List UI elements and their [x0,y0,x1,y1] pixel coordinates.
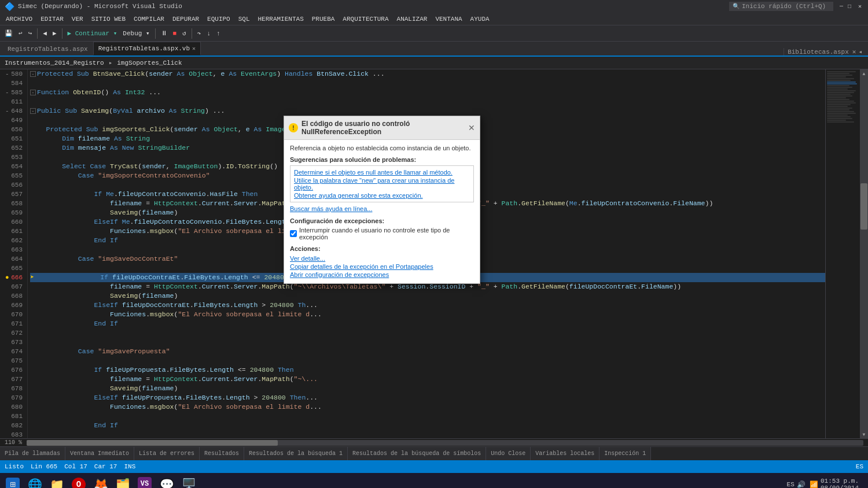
main-area: -580 584 -585 611 -648 649 650 651 652 6… [0,69,868,438]
menu-prueba[interactable]: PRUEBA [308,14,339,24]
tab-bibliotecas[interactable]: Bibliotecas.aspx ✕ ◂ [784,48,866,56]
status-line: Lin 665 [31,463,57,470]
taskbar-putty[interactable]: 🖥️ [178,474,199,488]
line-num-677: 677 [2,375,25,384]
tab-resultados[interactable]: Resultados [200,447,244,460]
line-num-664: 664 [2,254,25,264]
tab-pila-llamadas[interactable]: Pila de llamadas [0,447,65,460]
exception-checkbox[interactable] [290,230,297,237]
code-line-584 [30,79,825,88]
horizontal-scroll-bar[interactable]: 110 % [0,438,868,446]
suggestion-2[interactable]: Utilice la palabra clave "new" para crea… [294,176,470,191]
scroll-down-arrow[interactable]: ▼ [860,430,868,438]
scroll-up-arrow[interactable]: ▲ [860,69,868,77]
line-num-681: 681 [2,412,25,421]
scroll-track[interactable] [860,77,868,430]
taskbar-folder2[interactable]: 🗂️ [112,474,133,488]
taskbar-ie[interactable]: 🌐 [24,474,45,488]
toolbar-step-out[interactable]: ↑ [214,29,223,38]
line-num-611: 611 [2,97,25,106]
error-arrow-icon: ➤ [30,273,34,282]
toolbar-step-into[interactable]: ↓ [204,29,213,38]
code-line-670: Funciones.msgbox("El Archivo sobrepasa e… [30,310,825,319]
breadcrumb-bar: Instrumentos_2014_Registro ▸ imgSoportes… [0,57,868,69]
minimize-btn[interactable]: ─ [838,3,845,10]
taskbar-skype[interactable]: 💬 [156,474,177,488]
line-num-653: 653 [2,153,25,162]
tab-undo-close[interactable]: Undo Close [486,447,531,460]
fold-585[interactable]: - [30,90,36,95]
system-tray: ES 🔊 📶 01:53 p.m. 08/09/2014 [787,478,866,488]
toolbar-stop[interactable]: ■ [171,29,179,38]
close-btn[interactable]: ✕ [856,3,863,10]
menu-sql[interactable]: SQL [235,14,253,24]
vertical-scrollbar[interactable]: ▲ ▼ [860,69,868,438]
line-num-650: 650 [2,125,25,134]
action-open-config[interactable]: Abrir configuración de excepciones [290,271,474,279]
menu-depurar[interactable]: DEPURAR [169,14,203,24]
h-scroll-thumb[interactable] [27,440,278,446]
suggestion-3[interactable]: Obtener ayuda general sobre esta excepci… [294,191,470,199]
menu-analizar[interactable]: ANALIZAR [393,14,431,24]
code-line-671: End If [30,319,825,328]
code-line-668: Saveimg(filename) [30,291,825,301]
maximize-btn[interactable]: □ [846,3,853,10]
toolbar-save[interactable]: 💾 [2,28,15,38]
line-num-585: -585 [2,88,25,97]
scroll-thumb[interactable] [860,183,867,230]
menu-equipo[interactable]: EQUIPO [204,14,234,24]
tab-registrotabletas-vb[interactable]: RegistroTabletas.aspx.vb ✕ [93,42,201,56]
zoom-level[interactable]: 110 % [0,439,22,446]
code-line-669: ElseIf fileUpDocContraEt.FileBytes.Lengt… [30,301,825,310]
code-line-680: Funciones.msgbox("El Archivo sobrepasa e… [30,402,825,412]
tab-resultados-busqueda1[interactable]: Resultados de la búsqueda 1 [244,447,348,460]
line-num-679: 679 [2,393,25,402]
menu-compilar[interactable]: COMPILAR [130,14,168,24]
dialog-close-button[interactable]: ✕ [468,123,475,132]
taskbar-opera[interactable]: O [68,474,89,488]
toolbar-pause[interactable]: ⏸ [159,28,170,38]
tab-resultados-simbolos[interactable]: Resultados de la búsqueda de símbolos [348,447,486,460]
tab-lista-errores[interactable]: Lista de errores [134,447,200,460]
taskbar-explorer[interactable]: 📁 [46,474,67,488]
toolbar-back[interactable]: ◀ [41,28,49,38]
toolbar-restart[interactable]: ↺ [180,28,189,38]
tab-close-icon[interactable]: ✕ [192,45,196,52]
status-right: ES [856,463,863,470]
menu-archivo[interactable]: ARCHIVO [2,14,36,24]
toolbar-undo[interactable]: ↩ [16,28,25,38]
tab-variables-locales[interactable]: Variables locales [531,447,599,460]
line-num-657: 657 [2,190,25,199]
toolbar: 💾 ↩ ↪ ◀ ▶ ▶ Continuar ▾ Debug ▾ ⏸ ■ ↺ ↷ … [0,25,868,42]
tab-inspeccion1[interactable]: Inspección 1 [599,447,651,460]
quick-search-placeholder[interactable]: Inicio rápido (Ctrl+Q) [742,3,826,10]
fold-580[interactable]: - [30,71,36,77]
tab-libraries-close[interactable]: ✕ [852,48,856,56]
line-num-670: 670 [2,310,25,319]
tab-pin[interactable]: ◂ [858,48,862,56]
toolbar-redo[interactable]: ↪ [26,28,35,38]
tab-registrotabletas-aspx[interactable]: RegistroTabletas.aspx [2,42,93,56]
action-ver-detalle[interactable]: Ver detalle... [290,254,474,263]
toolbar-debug-dropdown[interactable]: Debug ▾ [120,28,152,38]
taskbar-start-btn[interactable]: ⊞ [2,474,23,488]
tab-ventana-inmediato[interactable]: Ventana Inmediato [65,447,134,460]
action-copy-details[interactable]: Copiar detalles de la excepción en el Po… [290,263,474,271]
more-help-link[interactable]: Buscar más ayuda en línea... [290,205,474,213]
menu-ver[interactable]: VER [68,14,87,24]
menu-ventana[interactable]: VENTANA [432,14,465,24]
menu-arquitectura[interactable]: ARQUITECTURA [339,14,392,24]
h-scroll-track[interactable] [27,440,863,446]
fold-648[interactable]: - [30,108,36,114]
suggestion-1[interactable]: Determine si el objeto es null antes de … [294,168,470,176]
taskbar-firefox[interactable]: 🦊 [90,474,111,488]
menu-herramientas[interactable]: HERRAMIENTAS [255,14,307,24]
toolbar-forward[interactable]: ▶ [50,28,59,38]
code-line-675 [30,356,825,365]
menu-ayuda[interactable]: AYUDA [467,14,493,24]
toolbar-step-over[interactable]: ↷ [195,28,204,38]
toolbar-start[interactable]: ▶ Continuar ▾ [65,28,120,38]
menu-editar[interactable]: EDITAR [37,14,67,24]
menu-sitioweb[interactable]: SITIO WEB [88,14,129,24]
taskbar-vs[interactable]: VS [134,474,155,488]
